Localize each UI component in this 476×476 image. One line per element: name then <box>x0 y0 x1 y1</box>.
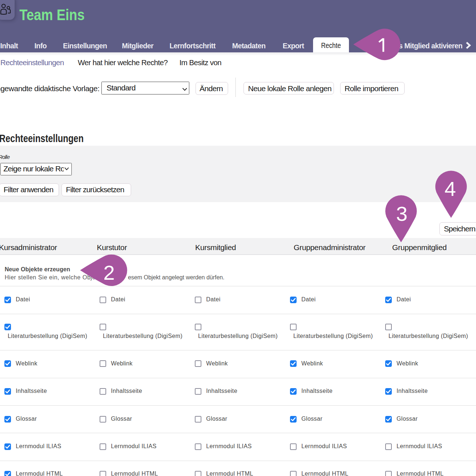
svg-text:4: 4 <box>445 177 456 200</box>
svg-text:2: 2 <box>103 261 115 284</box>
svg-text:3: 3 <box>396 202 408 225</box>
